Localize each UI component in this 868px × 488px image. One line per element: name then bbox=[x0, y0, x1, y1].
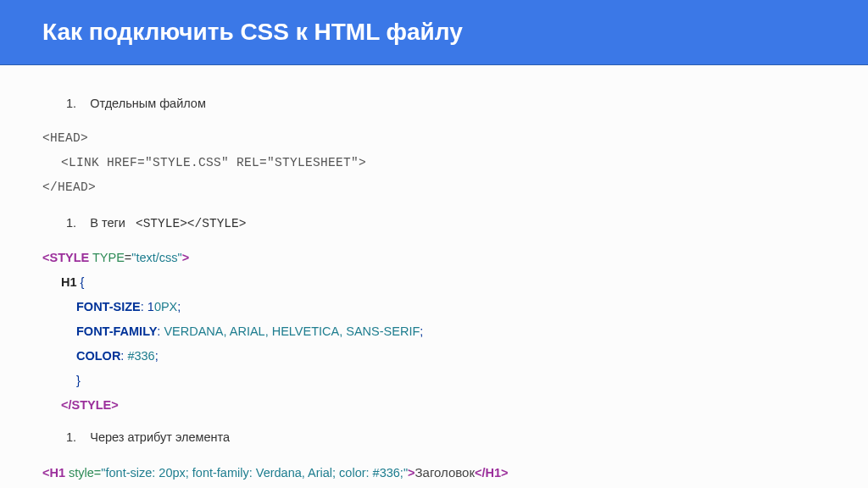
code-line: } bbox=[42, 369, 826, 393]
list-item-1: 1. Отдельным файлом bbox=[42, 92, 826, 116]
code-block-head: <HEAD> <LINK HREF="STYLE.CSS" REL="STYLE… bbox=[42, 126, 826, 200]
code-line: <LINK HREF="STYLE.CSS" REL="STYLESHEET"> bbox=[42, 151, 826, 175]
code-line: </STYLE> bbox=[42, 393, 826, 418]
code-line: </HEAD> bbox=[42, 175, 826, 200]
list-item-2: 1. В теги <STYLE></STYLE> bbox=[42, 212, 826, 236]
inline-code: <STYLE></STYLE> bbox=[136, 217, 247, 230]
slide-header: Как подключить CSS к HTML файлу bbox=[0, 0, 868, 65]
code-line: FONT-SIZE: 10PX; bbox=[42, 295, 826, 319]
list-number: 1. bbox=[66, 430, 76, 444]
list-label: Отдельным файлом bbox=[90, 97, 206, 110]
list-item-3: 1. Через атрибут элемента bbox=[42, 426, 826, 450]
code-block-inline: <H1 style="font-size: 20px; font-family:… bbox=[42, 460, 826, 485]
slide-content: 1. Отдельным файлом <HEAD> <LINK HREF="S… bbox=[0, 65, 868, 488]
list-label: Через атрибут элемента bbox=[90, 430, 230, 444]
list-number: 1. bbox=[66, 216, 76, 230]
code-line: <HEAD> bbox=[42, 126, 826, 151]
code-line: COLOR: #336; bbox=[42, 344, 826, 369]
code-block-style: <STYLE TYPE="text/css"> H1 { FONT-SIZE: … bbox=[42, 246, 826, 418]
list-label: В теги bbox=[90, 216, 125, 230]
code-line: <STYLE TYPE="text/css"> bbox=[42, 246, 826, 270]
code-line: FONT-FAMILY: VERDANA, ARIAL, HELVETICA, … bbox=[42, 319, 826, 344]
list-number: 1. bbox=[66, 97, 76, 110]
code-line: H1 { bbox=[42, 270, 826, 295]
slide-title: Как подключить CSS к HTML файлу bbox=[42, 19, 826, 46]
